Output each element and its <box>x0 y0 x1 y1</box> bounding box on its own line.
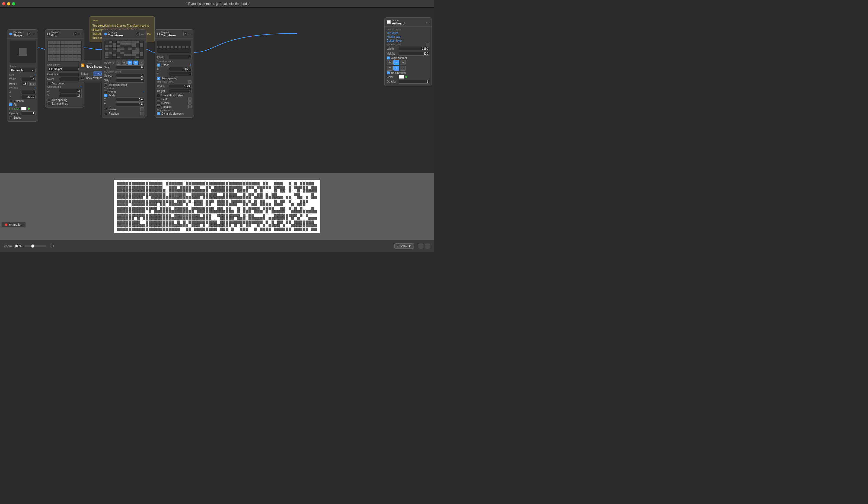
screen-ctrl-2[interactable] <box>425 244 430 249</box>
change-check[interactable]: ✓ <box>136 32 140 36</box>
selection-buttons[interactable]: ⊟ ↑ <box>133 61 144 64</box>
bottom-layer-row[interactable]: Bottom layer <box>387 39 430 42</box>
sel-btn-active[interactable]: ⊟ <box>133 61 138 64</box>
apply-to-btn1[interactable]: ○ <box>116 61 121 64</box>
fill-checkbox[interactable]: ✓ <box>9 103 12 106</box>
rt-scale-checkbox[interactable] <box>157 98 160 101</box>
ab-opacity-value[interactable]: 1 <box>399 80 430 84</box>
align-bottom[interactable]: ⊥ <box>400 66 406 71</box>
rt-y-value[interactable]: 0 <box>169 72 192 76</box>
artboard-size-icon[interactable] <box>426 43 430 46</box>
height-value[interactable]: 15 <box>21 82 28 86</box>
align-center-v[interactable]: ⊥ <box>393 66 399 71</box>
dynamic-checkbox[interactable]: ✓ <box>157 112 160 115</box>
repeat-transform-more[interactable]: ··· <box>188 32 192 36</box>
rt-resize-icon[interactable] <box>188 101 192 104</box>
align-center-h[interactable]: ⊣ <box>393 60 399 65</box>
top-layer-link[interactable]: Top layer <box>387 31 398 34</box>
align-v-group[interactable]: ⊤ ⊥ ⊥ <box>387 66 430 71</box>
artboard-more[interactable]: ··· <box>426 20 430 24</box>
use-artboard-checkbox[interactable] <box>157 94 160 97</box>
index-expr-checkbox[interactable] <box>81 77 84 80</box>
stroke-checkbox[interactable] <box>9 116 12 119</box>
change-more[interactable]: ··· <box>141 32 144 36</box>
align-top[interactable]: ⊤ <box>387 66 393 71</box>
extra-settings-checkbox[interactable] <box>47 102 50 105</box>
rt-x-value[interactable]: 146.2 <box>169 67 192 71</box>
apply-to-btn3[interactable]: ⊟ <box>127 61 132 64</box>
rotation-checkbox[interactable] <box>9 100 12 103</box>
bg-color-swatch[interactable] <box>399 75 404 79</box>
y-value[interactable]: 21.19 <box>21 95 35 99</box>
shape-dropdown[interactable]: Rectangle ▼ <box>9 68 35 73</box>
offset-plus[interactable]: + <box>142 90 144 93</box>
ct-rotation-checkbox[interactable] <box>104 112 107 115</box>
width-value[interactable]: 15 <box>21 77 35 81</box>
background-checkbox[interactable]: ✓ <box>387 71 390 74</box>
zoom-slider[interactable] <box>25 245 46 246</box>
rt-auto-spacing-checkbox[interactable]: ✓ <box>157 77 160 80</box>
rotation-icon-btn[interactable] <box>140 112 144 115</box>
window-controls[interactable] <box>2 2 15 6</box>
rt-rotation-checkbox[interactable] <box>157 105 160 108</box>
formula-badge[interactable]: a+2 <box>29 82 35 86</box>
rt-width-value[interactable]: 1024 <box>169 84 192 88</box>
grid-more[interactable]: ··· <box>79 32 82 36</box>
rt-resize-checkbox[interactable] <box>157 102 160 104</box>
tx-value[interactable]: 0.6 <box>116 98 144 102</box>
close-button[interactable] <box>2 2 6 6</box>
screen-ctrl-1[interactable] <box>418 244 423 249</box>
apply-to-buttons[interactable]: ○ ⊞ ⊟ <box>116 61 132 64</box>
grid-pattern-row[interactable]: Straight ▼ <box>47 67 82 71</box>
rt-offset-plus[interactable]: + <box>190 63 192 67</box>
ct-resize-checkbox[interactable] <box>104 108 107 111</box>
sel-btn-up[interactable]: ↑ <box>139 61 144 64</box>
rt-height-value[interactable]: 0 <box>169 89 192 93</box>
count-value[interactable]: 8 <box>169 55 192 59</box>
shape-check[interactable]: ✓ <box>28 32 31 36</box>
repeat-transform-check[interactable]: ✓ <box>183 32 187 36</box>
x-value[interactable]: 0 <box>21 90 35 94</box>
auto-spacing-checkbox[interactable] <box>47 99 50 102</box>
align-content-checkbox[interactable]: ✓ <box>387 57 390 60</box>
grid-x-value[interactable]: 17 <box>59 89 82 93</box>
middle-layer-row[interactable]: Middle layer <box>387 35 430 38</box>
sel-offset-checkbox[interactable] <box>104 83 107 86</box>
grid-check[interactable]: ✓ <box>73 32 77 36</box>
rt-rotation-icon[interactable] <box>188 105 192 108</box>
seed-value[interactable]: 0 <box>116 65 144 70</box>
grid-pattern-dropdown[interactable]: Straight ▼ <box>47 67 82 71</box>
middle-layer-link[interactable]: Middle layer <box>387 35 402 38</box>
artboard-height-value[interactable]: 220 <box>399 52 430 56</box>
grid-y-value[interactable]: 17 <box>59 94 82 98</box>
fill-color-swatch[interactable] <box>21 107 27 111</box>
animation-tab[interactable]: Animation <box>1 222 26 228</box>
select-value[interactable]: 2 <box>116 73 144 78</box>
top-layer-row[interactable]: Top layer <box>387 31 430 34</box>
zoom-thumb[interactable] <box>31 244 34 248</box>
artboard-width-value[interactable]: 1250 <box>399 47 430 51</box>
fit-button[interactable]: Fit <box>49 244 55 248</box>
resize-icon-btn[interactable] <box>140 107 144 111</box>
rows-value[interactable]: 8 <box>59 77 82 81</box>
apply-to-btn2[interactable]: ⊞ <box>122 61 127 64</box>
maximize-button[interactable] <box>12 2 15 6</box>
auto-count-checkbox[interactable] <box>47 82 50 85</box>
opacity-value[interactable]: 1 <box>21 111 35 115</box>
rt-scale-icon[interactable] <box>188 98 192 101</box>
align-left[interactable]: ⊢ <box>387 60 393 65</box>
minimize-button[interactable] <box>7 2 10 6</box>
shape-dropdown-row[interactable]: Rectangle ▼ <box>9 68 35 73</box>
ty-value[interactable]: 0.6 <box>116 102 144 107</box>
rt-offset-checkbox[interactable]: ✓ <box>157 63 160 67</box>
display-button[interactable]: Display ▼ <box>394 243 414 249</box>
shape-more[interactable]: ··· <box>32 32 35 36</box>
screen-controls[interactable] <box>418 244 430 249</box>
rep-area-icon[interactable] <box>188 80 192 84</box>
offset-checkbox[interactable] <box>104 90 107 93</box>
align-right[interactable]: ⊣ <box>400 60 406 65</box>
bottom-layer-link[interactable]: Bottom layer <box>387 39 402 42</box>
skip-value[interactable]: 7 <box>116 79 144 82</box>
columns-value[interactable]: 8 <box>59 72 82 76</box>
scale-checkbox[interactable]: ✓ <box>104 94 107 97</box>
